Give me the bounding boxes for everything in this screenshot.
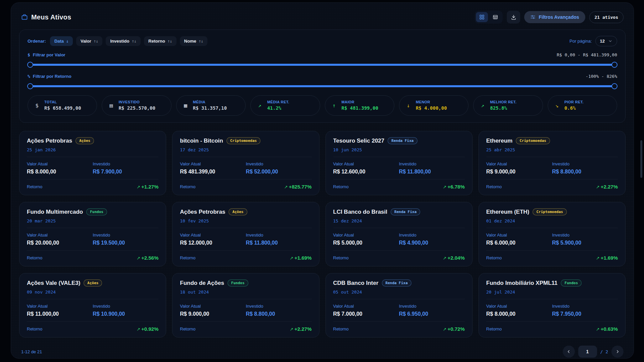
sort-arrows-icon: ↑↓ — [199, 39, 203, 44]
current-value: R$ 481.399,00 — [180, 169, 215, 174]
return-label: Retorno — [333, 326, 349, 331]
current-value: R$ 12.000,00 — [180, 240, 212, 246]
scrollbar-thumb[interactable] — [640, 140, 642, 178]
current-value-label: Valor Atual — [486, 304, 552, 309]
return-value: ↗+0.72% — [443, 326, 465, 332]
trending-up-icon: ↗ — [290, 256, 293, 261]
per-page-select[interactable]: 12 — [595, 36, 617, 46]
table-view-button[interactable] — [489, 12, 501, 22]
stat-label: INVESTIDO — [118, 100, 155, 104]
sort-by-name[interactable]: Nome ↑↓ — [180, 36, 208, 46]
return-filter-label-group: % Filtrar por Retorno — [28, 74, 71, 79]
asset-card[interactable]: Fundo Imobiliário XPML11 Fundos 20 jul 2… — [479, 273, 626, 338]
advanced-filters-button[interactable]: Filtros Avançados — [524, 11, 585, 23]
download-button[interactable] — [507, 11, 520, 23]
asset-card[interactable]: Ações Petrobras Ações 25 jan 2026 Valor … — [19, 131, 166, 195]
sort-arrows-icon: ↑↓ — [132, 39, 136, 44]
stat-value: R$ 4.000,00 — [416, 105, 447, 111]
return-slider-max-handle[interactable] — [611, 83, 617, 89]
return-value: ↗+6.78% — [443, 184, 465, 190]
return-label: Retorno — [486, 255, 502, 260]
sliders-icon — [530, 14, 536, 20]
category-badge: Criptomoedas — [516, 137, 550, 144]
value-slider-track[interactable] — [28, 64, 616, 66]
value-slider-max-handle[interactable] — [611, 62, 617, 68]
invested-label: Investido — [93, 304, 158, 309]
stat-value: R$ 481.399,00 — [342, 105, 379, 111]
divider — [333, 299, 465, 299]
asset-card[interactable]: Fundo de Ações Fundos 18 out 2024 Valor … — [172, 273, 319, 338]
sort-by-return[interactable]: Retorno ↑↓ — [144, 36, 177, 46]
sort-by-invested[interactable]: Investido ↑↓ — [106, 36, 141, 46]
divider — [27, 321, 158, 322]
current-value: R$ 20.000,00 — [27, 240, 59, 246]
stat-card: ↗ MELHOR RET. 825.8% — [473, 95, 543, 116]
stat-card: ↗ MÉDIA RET. 41.2% — [250, 95, 320, 116]
invested-label: Investido — [552, 161, 618, 166]
asset-card[interactable]: bitcoin - Bitcoin Criptomoedas 17 dez 20… — [172, 131, 319, 195]
stat-label: MELHOR RET. — [490, 100, 516, 104]
grid-view-button[interactable] — [476, 12, 488, 22]
return-label: Retorno — [486, 184, 502, 189]
asset-card[interactable]: LCI Banco do Brasil Renda Fixa 15 dez 20… — [326, 202, 473, 266]
asset-card[interactable]: Ações Vale (VALE3) Ações 09 nov 2024 Val… — [19, 273, 166, 338]
return-value: ↗+0.63% — [596, 326, 618, 332]
stat-label: MAIOR — [342, 100, 379, 104]
return-value: ↗+825.77% — [284, 184, 312, 190]
per-page-value: 12 — [600, 39, 605, 44]
stat-value: 41.2% — [267, 105, 281, 111]
asset-card[interactable]: Ethereum (ETH) Criptomoedas 01 dez 2024 … — [479, 202, 626, 266]
asset-card[interactable]: Tesouro Selic 2027 Renda Fixa 10 jun 202… — [326, 131, 473, 195]
portfolio-app: Meus Ativos — [11, 2, 634, 359]
next-page-button[interactable] — [611, 346, 624, 358]
current-value: R$ 8.000,00 — [486, 311, 515, 317]
divider — [27, 179, 158, 179]
sort-bar: Ordenar: Data ↓ Valor ↑↓ Investido ↑↓ Re… — [28, 36, 617, 46]
stat-card: ▤ INVESTIDO R$ 225.570,00 — [102, 95, 171, 116]
category-badge: Ações — [76, 137, 94, 144]
asset-card[interactable]: Ações Petrobras Ações 10 fev 2025 Valor … — [172, 202, 319, 266]
current-value-label: Valor Atual — [180, 161, 246, 166]
trending-up-icon: ↗ — [257, 102, 263, 109]
asset-card[interactable]: CDB Banco Inter Renda Fixa 05 out 2024 V… — [326, 273, 473, 338]
return-range-slider — [28, 83, 617, 89]
trending-up-icon: ↗ — [443, 327, 447, 332]
sort-option-label: Valor — [81, 39, 91, 44]
invested-label: Investido — [399, 232, 465, 238]
trending-up-icon: ↗ — [596, 327, 600, 332]
return-value: ↗+0.92% — [137, 326, 158, 332]
current-value-label: Valor Atual — [333, 232, 399, 238]
asset-card[interactable]: Ethereum Criptomoedas 25 abr 2025 Valor … — [479, 131, 626, 195]
chevron-right-icon — [615, 349, 620, 354]
category-badge: Renda Fixa — [382, 279, 411, 287]
asset-card[interactable]: Fundo Multimercado Fundos 20 mar 2025 Va… — [19, 202, 166, 266]
return-filter-range: -100% - 826% — [586, 74, 617, 79]
current-value-label: Valor Atual — [27, 161, 93, 166]
category-badge: Criptomoedas — [227, 137, 260, 144]
asset-date: 05 out 2024 — [333, 290, 465, 295]
asset-title: LCI Banco do Brasil — [333, 209, 388, 215]
return-label: Retorno — [486, 326, 502, 331]
divider — [27, 228, 158, 228]
trending-up-icon: ↗ — [137, 256, 140, 261]
return-slider-min-handle[interactable] — [27, 83, 33, 89]
category-badge: Ações — [229, 208, 247, 215]
sort-arrows-icon: ↑↓ — [94, 39, 98, 44]
sort-by-date[interactable]: Data ↓ — [50, 36, 73, 46]
current-page-button[interactable]: 1 — [578, 346, 597, 358]
current-value: R$ 7.000,00 — [333, 311, 362, 317]
divider — [486, 299, 618, 299]
value-filter-range: R$ 0,00 - R$ 481.399,00 — [557, 52, 617, 57]
stat-card: ↓ MENOR R$ 4.000,00 — [399, 95, 468, 116]
asset-date: 10 jun 2025 — [333, 147, 465, 152]
invested-value: R$ 6.950,00 — [399, 311, 428, 317]
return-label: Retorno — [333, 184, 349, 189]
asset-title: Fundo Imobiliário XPML11 — [486, 280, 558, 287]
value-slider-min-handle[interactable] — [27, 62, 33, 68]
return-slider-track[interactable] — [28, 85, 616, 87]
prev-page-button[interactable] — [563, 346, 575, 358]
per-page-label: Por página: — [569, 39, 592, 44]
stat-label: MÉDIA — [193, 100, 227, 104]
return-value: ↗+2.27% — [290, 326, 311, 332]
sort-by-value[interactable]: Valor ↑↓ — [76, 36, 102, 46]
